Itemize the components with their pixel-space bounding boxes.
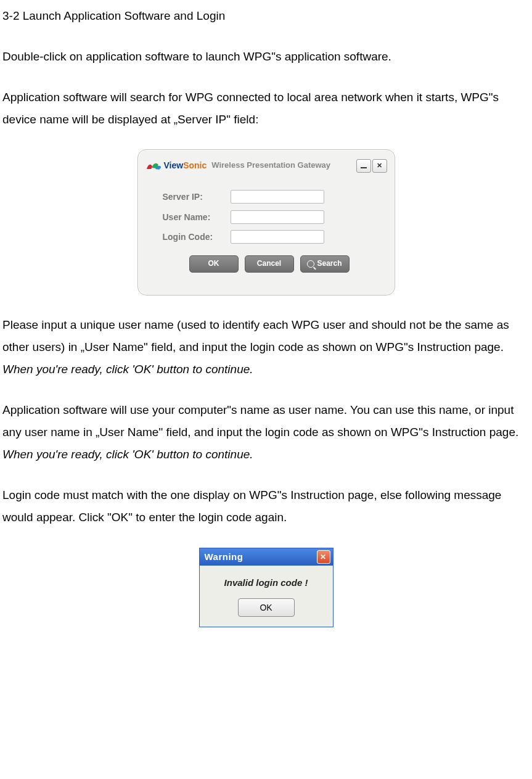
warning-dialog-figure: Warning ✕ Invalid login code ! OK bbox=[2, 548, 530, 627]
paragraph-5: Login code must match with the one displ… bbox=[2, 484, 530, 529]
search-icon bbox=[307, 260, 314, 268]
brand-name: ViewSonic bbox=[164, 157, 207, 174]
cancel-button-label: Cancel bbox=[257, 257, 281, 271]
user-name-label: User Name: bbox=[163, 209, 231, 226]
cancel-button[interactable]: Cancel bbox=[245, 255, 294, 273]
server-ip-row: Server IP: bbox=[163, 189, 376, 205]
warning-titlebar: Warning ✕ bbox=[200, 548, 333, 566]
server-ip-label: Server IP: bbox=[163, 189, 231, 205]
window-buttons bbox=[356, 159, 387, 173]
login-code-label: Login Code: bbox=[163, 229, 231, 245]
user-name-input[interactable] bbox=[231, 210, 324, 224]
login-dialog-figure: ViewSonic Wireless Presentation Gateway … bbox=[2, 149, 530, 295]
close-button[interactable] bbox=[372, 159, 387, 173]
search-button[interactable]: Search bbox=[300, 255, 350, 273]
warning-close-button[interactable]: ✕ bbox=[317, 550, 330, 564]
ok-button[interactable]: OK bbox=[189, 255, 239, 273]
login-dialog-header: ViewSonic Wireless Presentation Gateway bbox=[144, 156, 388, 180]
user-name-row: User Name: bbox=[163, 209, 376, 226]
warning-body: Invalid login code ! OK bbox=[200, 566, 333, 627]
warning-message: Invalid login code ! bbox=[206, 578, 327, 587]
search-button-label: Search bbox=[317, 257, 342, 271]
login-button-row: OK Cancel Search bbox=[163, 255, 376, 273]
paragraph-3: Please input a unique user name (used to… bbox=[2, 314, 530, 381]
paragraph-3-italic: When you're ready, click 'OK' button to … bbox=[2, 363, 253, 376]
warning-dialog: Warning ✕ Invalid login code ! OK bbox=[199, 548, 334, 627]
paragraph-4: Application software will use your compu… bbox=[2, 399, 530, 466]
warning-ok-button[interactable]: OK bbox=[238, 598, 295, 617]
server-ip-input[interactable] bbox=[231, 190, 324, 204]
paragraph-2: Application software will search for WPG… bbox=[2, 86, 530, 131]
paragraph-3-plain: Please input a unique user name (used to… bbox=[2, 318, 509, 353]
login-code-input[interactable] bbox=[231, 230, 324, 244]
paragraph-4-italic: When you're ready, click 'OK' button to … bbox=[2, 448, 253, 461]
brand-subtitle: Wireless Presentation Gateway bbox=[211, 158, 330, 173]
viewsonic-birds-icon bbox=[145, 160, 162, 171]
section-heading: 3-2 Launch Application Software and Logi… bbox=[2, 5, 530, 27]
paragraph-4-plain: Application software will use your compu… bbox=[2, 403, 518, 439]
brand: ViewSonic Wireless Presentation Gateway bbox=[145, 157, 331, 174]
minimize-button[interactable] bbox=[356, 159, 371, 173]
paragraph-1: Double-click on application software to … bbox=[2, 46, 530, 68]
ok-button-label: OK bbox=[208, 257, 219, 271]
warning-title-text: Warning bbox=[205, 552, 243, 561]
login-form: Server IP: User Name: Login Code: OK Can… bbox=[144, 180, 388, 282]
login-dialog: ViewSonic Wireless Presentation Gateway … bbox=[137, 149, 395, 295]
login-code-row: Login Code: bbox=[163, 229, 376, 245]
